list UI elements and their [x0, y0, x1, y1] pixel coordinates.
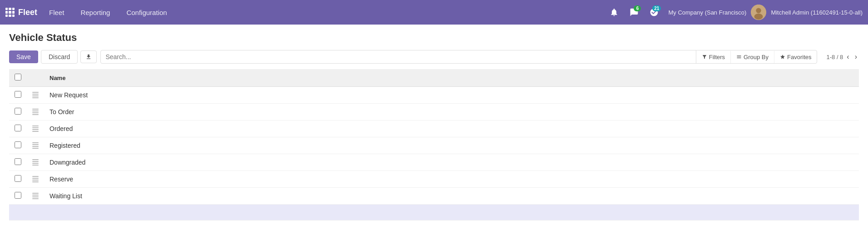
row-checkbox[interactable] — [15, 108, 21, 115]
page-title: Vehicle Status — [9, 32, 859, 44]
pagination: 1-8 / 8 ‹ › — [826, 52, 859, 62]
drag-handle-cell[interactable] — [27, 154, 44, 171]
app-logo[interactable]: Fleet — [5, 8, 37, 17]
table-row: Waiting List — [9, 188, 859, 205]
column-name: Name — [44, 69, 859, 87]
table-row: New Request — [9, 87, 859, 104]
prev-page-button[interactable]: ‹ — [845, 52, 851, 62]
pagination-text: 1-8 / 8 — [826, 54, 843, 60]
main-content: Vehicle Status Save Discard Filters — [0, 25, 868, 228]
drag-handle-cell[interactable] — [27, 137, 44, 154]
download-icon — [85, 54, 92, 60]
svg-point-2 — [754, 14, 763, 20]
row-checkbox[interactable] — [15, 91, 21, 98]
toolbar-row: Save Discard Filters — [9, 50, 859, 64]
data-table: Name New RequestTo OrderOrderedRegistere… — [9, 69, 859, 221]
new-row-cell — [27, 205, 44, 221]
activity-badge: 21 — [652, 5, 661, 11]
row-checkbox[interactable] — [15, 175, 21, 182]
row-checkbox-cell — [9, 137, 27, 154]
row-checkbox-cell — [9, 87, 27, 104]
drag-handle-icon — [32, 109, 39, 115]
new-row — [9, 205, 859, 221]
notifications-icon[interactable] — [606, 5, 622, 20]
select-all-checkbox[interactable] — [15, 74, 21, 80]
next-page-button[interactable]: › — [853, 52, 859, 62]
table-row: Ordered — [9, 120, 859, 137]
favorites-button[interactable]: Favorites — [774, 51, 817, 63]
drag-handle-icon — [32, 159, 39, 166]
messages-icon[interactable]: 6 — [626, 5, 642, 20]
company-name[interactable]: My Company (San Francisco) — [668, 9, 746, 16]
row-checkbox[interactable] — [15, 192, 21, 199]
app-name: Fleet — [18, 8, 37, 17]
header-checkbox-cell — [9, 69, 27, 87]
drag-handle-icon — [32, 126, 39, 132]
star-icon — [780, 54, 785, 60]
new-row-cell — [9, 205, 27, 221]
row-name: To Order — [44, 104, 859, 120]
download-button[interactable] — [80, 50, 97, 63]
search-and-filters: Filters Group By Favorites — [100, 50, 817, 64]
toolbar-left: Save Discard — [9, 50, 97, 64]
top-navigation: Fleet Fleet Reporting Configuration 6 21… — [0, 0, 868, 25]
drag-handle-cell[interactable] — [27, 104, 44, 120]
drag-handle-cell[interactable] — [27, 171, 44, 188]
drag-handle-icon — [32, 142, 39, 149]
filter-icon — [702, 54, 707, 60]
nav-reporting[interactable]: Reporting — [74, 6, 116, 19]
activity-icon[interactable]: 21 — [646, 5, 662, 20]
table-row: To Order — [9, 104, 859, 120]
row-checkbox[interactable] — [15, 158, 21, 165]
drag-handle-icon — [32, 193, 39, 199]
row-name: Downgraded — [44, 154, 859, 171]
new-row-cell[interactable] — [44, 205, 859, 221]
nav-configuration[interactable]: Configuration — [120, 6, 173, 19]
row-name: Registered — [44, 137, 859, 154]
table-row: Downgraded — [9, 154, 859, 171]
row-name: Ordered — [44, 120, 859, 137]
filter-buttons: Filters Group By Favorites — [696, 51, 817, 63]
user-avatar[interactable] — [751, 5, 766, 20]
table-row: Registered — [9, 137, 859, 154]
row-checkbox-cell — [9, 171, 27, 188]
svg-point-1 — [756, 8, 761, 13]
filters-button[interactable]: Filters — [696, 51, 731, 63]
row-checkbox[interactable] — [15, 141, 21, 148]
row-checkbox-cell — [9, 120, 27, 137]
groupby-icon — [736, 54, 742, 60]
row-checkbox-cell — [9, 188, 27, 205]
discard-button[interactable]: Discard — [41, 50, 78, 64]
nav-fleet[interactable]: Fleet — [43, 6, 70, 19]
save-button[interactable]: Save — [9, 50, 38, 63]
drag-handle-cell[interactable] — [27, 87, 44, 104]
user-name[interactable]: Mitchell Admin (11602491-15-0-all) — [771, 9, 863, 16]
grid-icon — [5, 8, 15, 17]
search-input[interactable] — [101, 50, 696, 63]
drag-handle-icon — [32, 176, 39, 182]
row-name: Waiting List — [44, 188, 859, 205]
messages-badge: 6 — [634, 5, 641, 11]
row-checkbox-cell — [9, 154, 27, 171]
drag-handle-icon — [32, 92, 39, 98]
row-name: Reserve — [44, 171, 859, 188]
groupby-button[interactable]: Group By — [731, 51, 774, 63]
row-checkbox-cell — [9, 104, 27, 120]
row-checkbox[interactable] — [15, 125, 21, 131]
table-header-row: Name — [9, 69, 859, 87]
topbar-actions: 6 21 My Company (San Francisco) Mitchell… — [606, 5, 863, 20]
row-name: New Request — [44, 87, 859, 104]
drag-handle-cell[interactable] — [27, 188, 44, 205]
table-row: Reserve — [9, 171, 859, 188]
drag-handle-cell[interactable] — [27, 120, 44, 137]
header-drag-cell — [27, 69, 44, 87]
